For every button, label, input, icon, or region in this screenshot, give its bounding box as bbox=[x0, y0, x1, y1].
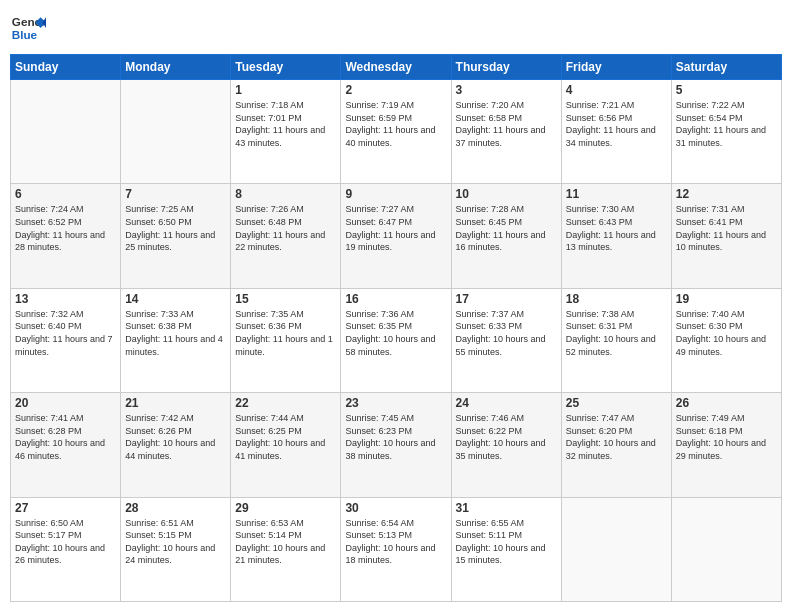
day-detail: Sunrise: 6:54 AM Sunset: 5:13 PM Dayligh… bbox=[345, 517, 446, 567]
day-detail: Sunrise: 7:45 AM Sunset: 6:23 PM Dayligh… bbox=[345, 412, 446, 462]
header: General Blue bbox=[10, 10, 782, 46]
day-number: 7 bbox=[125, 187, 226, 201]
calendar-cell bbox=[121, 80, 231, 184]
calendar-week-row: 13Sunrise: 7:32 AM Sunset: 6:40 PM Dayli… bbox=[11, 288, 782, 392]
day-number: 11 bbox=[566, 187, 667, 201]
day-detail: Sunrise: 7:18 AM Sunset: 7:01 PM Dayligh… bbox=[235, 99, 336, 149]
calendar-cell: 24Sunrise: 7:46 AM Sunset: 6:22 PM Dayli… bbox=[451, 393, 561, 497]
calendar-cell: 6Sunrise: 7:24 AM Sunset: 6:52 PM Daylig… bbox=[11, 184, 121, 288]
day-number: 27 bbox=[15, 501, 116, 515]
day-detail: Sunrise: 7:35 AM Sunset: 6:36 PM Dayligh… bbox=[235, 308, 336, 358]
day-number: 6 bbox=[15, 187, 116, 201]
day-number: 29 bbox=[235, 501, 336, 515]
day-number: 3 bbox=[456, 83, 557, 97]
calendar-cell: 15Sunrise: 7:35 AM Sunset: 6:36 PM Dayli… bbox=[231, 288, 341, 392]
calendar-cell: 12Sunrise: 7:31 AM Sunset: 6:41 PM Dayli… bbox=[671, 184, 781, 288]
weekday-header-tuesday: Tuesday bbox=[231, 55, 341, 80]
calendar-table: SundayMondayTuesdayWednesdayThursdayFrid… bbox=[10, 54, 782, 602]
calendar-cell: 10Sunrise: 7:28 AM Sunset: 6:45 PM Dayli… bbox=[451, 184, 561, 288]
day-detail: Sunrise: 7:25 AM Sunset: 6:50 PM Dayligh… bbox=[125, 203, 226, 253]
day-detail: Sunrise: 7:40 AM Sunset: 6:30 PM Dayligh… bbox=[676, 308, 777, 358]
day-detail: Sunrise: 7:47 AM Sunset: 6:20 PM Dayligh… bbox=[566, 412, 667, 462]
day-detail: Sunrise: 7:27 AM Sunset: 6:47 PM Dayligh… bbox=[345, 203, 446, 253]
day-number: 28 bbox=[125, 501, 226, 515]
day-number: 21 bbox=[125, 396, 226, 410]
day-number: 16 bbox=[345, 292, 446, 306]
calendar-cell: 3Sunrise: 7:20 AM Sunset: 6:58 PM Daylig… bbox=[451, 80, 561, 184]
calendar-cell: 31Sunrise: 6:55 AM Sunset: 5:11 PM Dayli… bbox=[451, 497, 561, 601]
weekday-header-row: SundayMondayTuesdayWednesdayThursdayFrid… bbox=[11, 55, 782, 80]
day-number: 12 bbox=[676, 187, 777, 201]
calendar-cell: 16Sunrise: 7:36 AM Sunset: 6:35 PM Dayli… bbox=[341, 288, 451, 392]
weekday-header-sunday: Sunday bbox=[11, 55, 121, 80]
calendar-cell: 2Sunrise: 7:19 AM Sunset: 6:59 PM Daylig… bbox=[341, 80, 451, 184]
day-number: 24 bbox=[456, 396, 557, 410]
weekday-header-saturday: Saturday bbox=[671, 55, 781, 80]
day-detail: Sunrise: 6:51 AM Sunset: 5:15 PM Dayligh… bbox=[125, 517, 226, 567]
day-detail: Sunrise: 6:55 AM Sunset: 5:11 PM Dayligh… bbox=[456, 517, 557, 567]
day-number: 14 bbox=[125, 292, 226, 306]
day-detail: Sunrise: 7:21 AM Sunset: 6:56 PM Dayligh… bbox=[566, 99, 667, 149]
day-detail: Sunrise: 7:38 AM Sunset: 6:31 PM Dayligh… bbox=[566, 308, 667, 358]
calendar-cell: 22Sunrise: 7:44 AM Sunset: 6:25 PM Dayli… bbox=[231, 393, 341, 497]
day-detail: Sunrise: 6:53 AM Sunset: 5:14 PM Dayligh… bbox=[235, 517, 336, 567]
day-detail: Sunrise: 7:33 AM Sunset: 6:38 PM Dayligh… bbox=[125, 308, 226, 358]
day-detail: Sunrise: 7:49 AM Sunset: 6:18 PM Dayligh… bbox=[676, 412, 777, 462]
day-detail: Sunrise: 7:28 AM Sunset: 6:45 PM Dayligh… bbox=[456, 203, 557, 253]
calendar-cell: 8Sunrise: 7:26 AM Sunset: 6:48 PM Daylig… bbox=[231, 184, 341, 288]
day-number: 30 bbox=[345, 501, 446, 515]
day-detail: Sunrise: 7:37 AM Sunset: 6:33 PM Dayligh… bbox=[456, 308, 557, 358]
svg-text:Blue: Blue bbox=[12, 28, 38, 41]
day-detail: Sunrise: 7:19 AM Sunset: 6:59 PM Dayligh… bbox=[345, 99, 446, 149]
weekday-header-wednesday: Wednesday bbox=[341, 55, 451, 80]
day-detail: Sunrise: 7:41 AM Sunset: 6:28 PM Dayligh… bbox=[15, 412, 116, 462]
weekday-header-monday: Monday bbox=[121, 55, 231, 80]
day-number: 17 bbox=[456, 292, 557, 306]
calendar-cell: 27Sunrise: 6:50 AM Sunset: 5:17 PM Dayli… bbox=[11, 497, 121, 601]
calendar-cell: 25Sunrise: 7:47 AM Sunset: 6:20 PM Dayli… bbox=[561, 393, 671, 497]
day-number: 26 bbox=[676, 396, 777, 410]
day-number: 22 bbox=[235, 396, 336, 410]
logo: General Blue bbox=[10, 10, 46, 46]
calendar-cell: 23Sunrise: 7:45 AM Sunset: 6:23 PM Dayli… bbox=[341, 393, 451, 497]
day-number: 2 bbox=[345, 83, 446, 97]
day-detail: Sunrise: 7:44 AM Sunset: 6:25 PM Dayligh… bbox=[235, 412, 336, 462]
day-number: 19 bbox=[676, 292, 777, 306]
day-detail: Sunrise: 7:36 AM Sunset: 6:35 PM Dayligh… bbox=[345, 308, 446, 358]
calendar-cell: 5Sunrise: 7:22 AM Sunset: 6:54 PM Daylig… bbox=[671, 80, 781, 184]
generalblue-logo-icon: General Blue bbox=[10, 10, 46, 46]
day-detail: Sunrise: 7:46 AM Sunset: 6:22 PM Dayligh… bbox=[456, 412, 557, 462]
calendar-cell: 17Sunrise: 7:37 AM Sunset: 6:33 PM Dayli… bbox=[451, 288, 561, 392]
day-number: 18 bbox=[566, 292, 667, 306]
calendar-week-row: 1Sunrise: 7:18 AM Sunset: 7:01 PM Daylig… bbox=[11, 80, 782, 184]
calendar-week-row: 6Sunrise: 7:24 AM Sunset: 6:52 PM Daylig… bbox=[11, 184, 782, 288]
calendar-cell: 20Sunrise: 7:41 AM Sunset: 6:28 PM Dayli… bbox=[11, 393, 121, 497]
calendar-cell: 7Sunrise: 7:25 AM Sunset: 6:50 PM Daylig… bbox=[121, 184, 231, 288]
day-number: 25 bbox=[566, 396, 667, 410]
day-detail: Sunrise: 7:42 AM Sunset: 6:26 PM Dayligh… bbox=[125, 412, 226, 462]
day-number: 8 bbox=[235, 187, 336, 201]
calendar-cell: 11Sunrise: 7:30 AM Sunset: 6:43 PM Dayli… bbox=[561, 184, 671, 288]
day-number: 31 bbox=[456, 501, 557, 515]
day-number: 4 bbox=[566, 83, 667, 97]
page: General Blue SundayMondayTuesdayWednesda… bbox=[0, 0, 792, 612]
calendar-cell bbox=[671, 497, 781, 601]
day-number: 15 bbox=[235, 292, 336, 306]
calendar-cell: 26Sunrise: 7:49 AM Sunset: 6:18 PM Dayli… bbox=[671, 393, 781, 497]
calendar-cell bbox=[11, 80, 121, 184]
calendar-cell: 21Sunrise: 7:42 AM Sunset: 6:26 PM Dayli… bbox=[121, 393, 231, 497]
weekday-header-thursday: Thursday bbox=[451, 55, 561, 80]
day-detail: Sunrise: 7:30 AM Sunset: 6:43 PM Dayligh… bbox=[566, 203, 667, 253]
day-detail: Sunrise: 7:20 AM Sunset: 6:58 PM Dayligh… bbox=[456, 99, 557, 149]
calendar-cell: 28Sunrise: 6:51 AM Sunset: 5:15 PM Dayli… bbox=[121, 497, 231, 601]
day-number: 1 bbox=[235, 83, 336, 97]
calendar-cell: 19Sunrise: 7:40 AM Sunset: 6:30 PM Dayli… bbox=[671, 288, 781, 392]
weekday-header-friday: Friday bbox=[561, 55, 671, 80]
day-number: 13 bbox=[15, 292, 116, 306]
day-number: 23 bbox=[345, 396, 446, 410]
day-detail: Sunrise: 6:50 AM Sunset: 5:17 PM Dayligh… bbox=[15, 517, 116, 567]
calendar-cell: 9Sunrise: 7:27 AM Sunset: 6:47 PM Daylig… bbox=[341, 184, 451, 288]
calendar-cell: 14Sunrise: 7:33 AM Sunset: 6:38 PM Dayli… bbox=[121, 288, 231, 392]
calendar-cell: 13Sunrise: 7:32 AM Sunset: 6:40 PM Dayli… bbox=[11, 288, 121, 392]
calendar-week-row: 20Sunrise: 7:41 AM Sunset: 6:28 PM Dayli… bbox=[11, 393, 782, 497]
